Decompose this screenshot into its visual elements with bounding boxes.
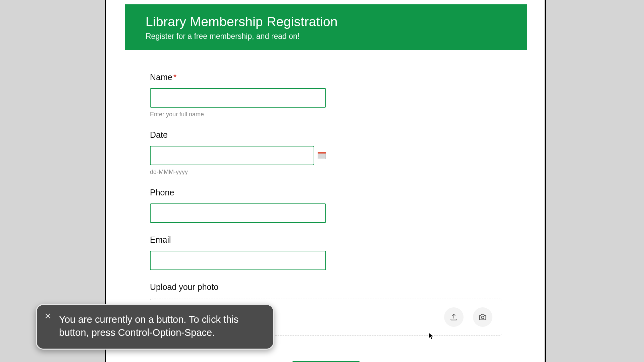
name-input[interactable] — [150, 88, 326, 108]
field-name: Name* Enter your full name — [150, 72, 502, 118]
date-input[interactable] — [150, 146, 314, 165]
date-helper: dd-MMM-yyyy — [150, 169, 502, 176]
submit-row: Submit — [150, 359, 502, 362]
phone-input[interactable] — [150, 203, 326, 223]
form-header: Library Membership Registration Register… — [125, 4, 527, 50]
email-input[interactable] — [150, 251, 326, 270]
upload-label: Upload your photo — [150, 282, 502, 292]
name-helper: Enter your full name — [150, 111, 502, 118]
date-label: Date — [150, 130, 502, 140]
name-label: Name* — [150, 72, 502, 82]
form-title: Library Membership Registration — [146, 14, 506, 29]
voiceover-tooltip: ✕ You are currently on a button. To clic… — [36, 304, 274, 350]
upload-icon[interactable] — [444, 307, 464, 327]
calendar-icon[interactable] — [318, 152, 326, 159]
email-label: Email — [150, 235, 502, 245]
phone-label: Phone — [150, 188, 502, 197]
camera-icon[interactable] — [473, 307, 492, 327]
required-mark: * — [173, 72, 177, 82]
name-label-text: Name — [150, 72, 172, 82]
form-subtitle: Register for a free membership, and read… — [146, 32, 506, 41]
field-phone: Phone — [150, 188, 502, 223]
close-icon[interactable]: ✕ — [44, 312, 52, 320]
svg-point-0 — [481, 316, 484, 318]
upload-icon-group — [444, 307, 492, 327]
window-border-right — [545, 0, 546, 362]
voiceover-message: You are currently on a button. To click … — [56, 313, 263, 339]
field-date: Date dd-MMM-yyyy — [150, 130, 502, 176]
field-email: Email — [150, 235, 502, 270]
